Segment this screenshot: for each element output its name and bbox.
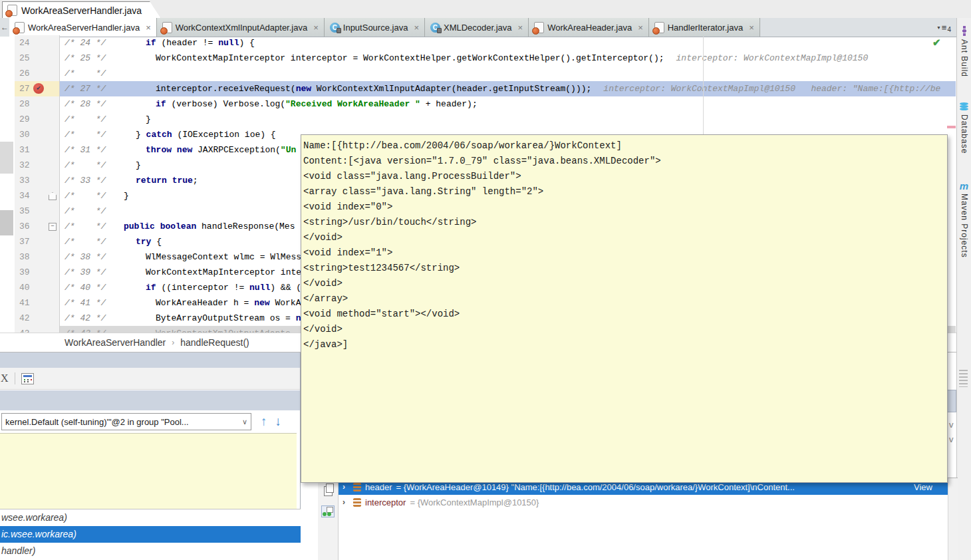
tab-workcontextxmlinputadapter-java[interactable]: WorkContextXmlInputAdapter.java× <box>157 18 325 37</box>
line-number-comment: /* */ <box>65 127 106 142</box>
code-line-27: 27✔/* 27 */interceptor.receiveRequest(ne… <box>15 81 956 96</box>
tooltip-line: <void index="1"> <box>303 245 946 261</box>
gutter-line-31: 31 <box>15 142 60 158</box>
window-file-tab[interactable]: WorkAreaServerHandler.java <box>2 1 161 19</box>
close-icon[interactable]: × <box>518 23 523 33</box>
breakpoint-icon[interactable]: ✔ <box>33 83 44 94</box>
frame-up-button[interactable]: ↑ <box>261 413 267 430</box>
hidden-tabs-dropdown-button[interactable]: ▼ ≡ 4 <box>931 18 956 37</box>
thread-dropdown[interactable]: kernel.Default (self-tuning)'"@2 in grou… <box>1 413 251 430</box>
expand-chevron-icon[interactable]: › <box>343 495 349 510</box>
mini-scrollbar[interactable] <box>959 370 968 387</box>
close-icon[interactable]: × <box>414 23 419 33</box>
gutter-line-37: 37 <box>15 234 60 249</box>
gutter-line-39: 39 <box>15 265 60 280</box>
tab-workareaserverhandler-java[interactable]: WorkAreaServerHandler.java× <box>9 18 157 37</box>
tab-label: HandlerIterator.java <box>668 23 743 33</box>
line-number-comment: /* */ <box>65 112 106 127</box>
tool-window-button-database[interactable]: Database <box>957 102 971 154</box>
stack-frame-item[interactable]: ic.wsee.workarea) <box>0 526 301 543</box>
clipped-text-glyph: v <box>949 420 954 430</box>
java-file-icon <box>654 22 664 33</box>
code-tokens: } catch (IOException ioe) { <box>136 130 276 140</box>
code-text: /* 27 */interceptor.receiveRequest(new W… <box>60 81 956 96</box>
code-tokens: public boolean handleResponse(Mes <box>124 221 295 231</box>
code-text: /* 25 */WorkContextMapInterceptor interc… <box>60 51 956 66</box>
database-icon <box>960 102 968 105</box>
tooltip-line: </array> <box>303 291 946 307</box>
variable-row-interceptor[interactable]: ›interceptor= {WorkContextMapImpl@10150} <box>339 495 948 510</box>
close-icon[interactable]: × <box>146 23 151 33</box>
tab-label: XMLDecoder.java <box>444 23 512 33</box>
code-tokens: } <box>146 114 151 124</box>
line-number-comment: /* */ <box>65 66 106 81</box>
copy-frames-icon[interactable] <box>324 486 333 496</box>
line-number-comment: /* 38 */ <box>65 249 106 265</box>
gutter-line-38: 38 <box>15 249 60 265</box>
gutter-line-29: 29 <box>15 112 60 127</box>
debugger-window-header <box>0 352 300 368</box>
java-class-icon: C <box>330 23 340 33</box>
error-stripe-mark[interactable] <box>947 126 956 128</box>
code-tokens: return true; <box>136 176 198 186</box>
tab-handleriterator-java[interactable]: HandlerIterator.java× <box>649 18 760 37</box>
line-number-comment: /* 25 */ <box>65 51 106 66</box>
close-icon[interactable]: × <box>313 23 319 33</box>
tabs-scroll-left-icon[interactable]: ← <box>0 18 9 37</box>
gutter-line-32: 32 <box>15 158 60 173</box>
editor-tab-bar: ← WorkAreaServerHandler.java×WorkContext… <box>0 18 956 37</box>
stack-frame-item[interactable]: wsee.workarea) <box>0 509 301 526</box>
gutter-line-24: 24 <box>15 35 60 51</box>
code-tokens: throw new JAXRPCException("Un <box>146 145 296 155</box>
breadcrumb-separator-icon: › <box>172 338 174 347</box>
tooltip-line: </java>] <box>303 337 946 352</box>
line-number-comment: /* 28 */ <box>65 96 106 112</box>
toolbar-clipped-text: X <box>1 372 9 384</box>
tab-list-icon: ≡ <box>942 23 947 33</box>
maven-icon: m <box>960 182 968 190</box>
inspections-ok-icon: ✔ <box>932 37 941 49</box>
code-tokens: if (header != null) { <box>146 38 255 48</box>
line-number-comment: /* 33 */ <box>65 173 106 188</box>
chevron-down-icon: ▼ <box>936 25 941 30</box>
variable-value: = {WorkContextMapImpl@10150} <box>410 495 539 510</box>
tab-label: WorkAreaHeader.java <box>547 23 632 33</box>
stack-frame-item[interactable]: handler) <box>0 543 301 559</box>
gutter-line-28: 28 <box>15 96 60 112</box>
code-tokens: try { <box>136 237 162 247</box>
variable-icon <box>353 498 361 507</box>
gutter-line-35: 35 <box>15 204 60 219</box>
line-number-comment: /* 27 */ <box>65 81 106 96</box>
line-number-comment: /* */ <box>65 234 106 249</box>
tab-workareaheader-java[interactable]: WorkAreaHeader.java× <box>529 18 649 37</box>
code-text: /* 24 */if (header != null) { <box>60 35 956 51</box>
variables-scrollbar[interactable] <box>948 478 958 560</box>
tooltip-line: <void index="0"> <box>303 200 946 215</box>
editor-left-margin <box>0 37 15 333</box>
debugger-toolbar: X <box>0 368 300 390</box>
close-icon[interactable]: × <box>638 23 643 33</box>
fold-expand-icon[interactable]: − <box>49 223 57 231</box>
line-number-comment: /* 41 */ <box>65 295 106 311</box>
tab-inputsource-java[interactable]: CInputSource.java× <box>325 18 425 37</box>
code-line-24: 24/* 24 */if (header != null) { <box>15 35 956 51</box>
close-icon[interactable]: × <box>749 23 754 33</box>
watches-icon[interactable] <box>321 505 335 517</box>
clipped-text-glyph: v <box>949 434 954 444</box>
gutter-line-33: 33 <box>15 173 60 188</box>
breadcrumb-method[interactable]: handleRequest() <box>180 337 249 348</box>
tab-xmldecoder-java[interactable]: CXMLDecoder.java× <box>425 18 529 37</box>
line-number-comment: /* */ <box>65 158 106 173</box>
toolbar-separator <box>15 372 15 384</box>
tool-window-button-maven-projects[interactable]: mMaven Projects <box>957 182 971 258</box>
breadcrumb-class[interactable]: WorkAreaServerHandler <box>65 337 166 348</box>
java-file-icon <box>534 22 544 33</box>
code-tokens: } <box>136 160 141 170</box>
fold-collapse-icon[interactable] <box>49 192 57 200</box>
tooltip-line: </void> <box>303 276 946 291</box>
frame-down-button[interactable]: ↓ <box>275 413 282 430</box>
tooltip-line: <string>test1234567</string> <box>303 261 946 276</box>
evaluate-expression-icon[interactable] <box>21 373 34 384</box>
tool-window-button-ant-build[interactable]: Ant Build <box>957 26 971 77</box>
gutter-line-40: 40 <box>15 280 60 295</box>
